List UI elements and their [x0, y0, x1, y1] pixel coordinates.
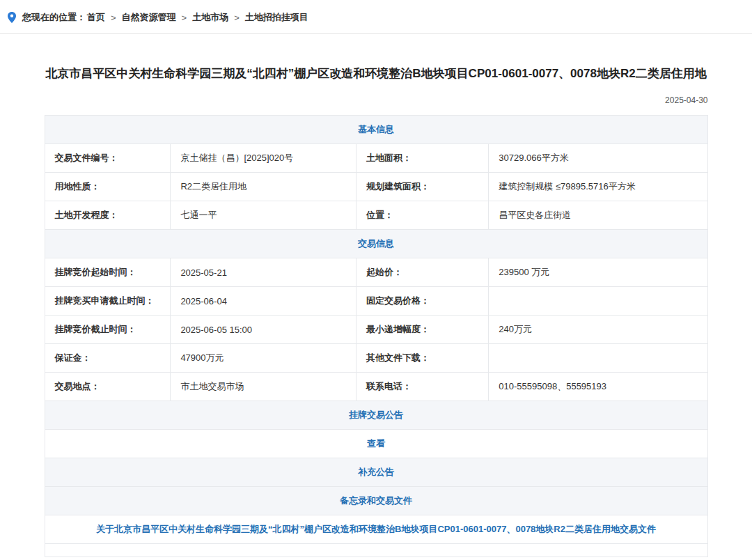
field-label: 土地开发程度：	[45, 201, 171, 230]
field-label: 保证金：	[45, 344, 171, 373]
page-title: 北京市昌平区中关村生命科学园三期及“北四村”棚户区改造和环境整治B地块项目CP0…	[45, 65, 708, 83]
section-header-listing-announcement: 挂牌交易公告	[45, 401, 707, 430]
field-value: 2025-05-21	[171, 258, 357, 287]
field-value: 239500 万元	[489, 258, 707, 287]
field-value: 010-55595098、55595193	[489, 373, 707, 401]
field-value: 建筑控制规模 ≤79895.5716平方米	[489, 173, 707, 201]
field-label: 交易地点：	[45, 373, 171, 401]
table-row: 挂牌竞价截止时间： 2025-06-05 15:00 最小递增幅度： 240万元	[45, 316, 707, 344]
table-row: 查看	[45, 430, 707, 458]
table-row: 基本信息	[45, 116, 707, 144]
field-label: 交易文件编号：	[45, 144, 171, 173]
breadcrumb-separator: >	[182, 13, 187, 23]
breadcrumb-prefix: 您现在的位置：	[22, 11, 86, 24]
table-row: 保证金： 47900万元 其他文件下载：	[45, 344, 707, 373]
breadcrumb-separator: >	[111, 13, 116, 23]
field-label: 起始价：	[356, 258, 488, 287]
field-value	[489, 287, 707, 316]
field-label: 其他文件下载：	[356, 344, 488, 373]
field-value: 2025-06-05 15:00	[171, 316, 357, 344]
field-label: 联系电话：	[356, 373, 488, 401]
field-label: 挂牌竞买申请截止时间：	[45, 287, 171, 316]
field-value: R2二类居住用地	[171, 173, 357, 201]
field-label: 用地性质：	[45, 173, 171, 201]
field-value: 京土储挂（昌）[2025]020号	[171, 144, 357, 173]
section-header-supplement-announcement: 补充公告	[45, 458, 707, 487]
table-row: 补充公告	[45, 458, 707, 487]
table-row: 挂牌竞买申请截止时间： 2025-06-04 固定交易价格：	[45, 287, 707, 316]
main-content: 北京市昌平区中关村生命科学园三期及“北四村”棚户区改造和环境整治B地块项目CP0…	[45, 34, 708, 557]
table-row: 挂牌交易公告	[45, 401, 707, 430]
field-label: 挂牌竞价截止时间：	[45, 316, 171, 344]
field-value: 昌平区史各庄街道	[489, 201, 707, 230]
table-row: 交易信息	[45, 230, 707, 258]
field-value: 30729.066平方米	[489, 144, 707, 173]
breadcrumb-item-land-market[interactable]: 土地市场	[192, 11, 228, 24]
section-header-basic-info: 基本信息	[45, 116, 707, 144]
field-value: 七通一平	[171, 201, 357, 230]
field-value: 2025-06-04	[171, 287, 357, 316]
breadcrumb-item-natural-resources[interactable]: 自然资源管理	[122, 11, 176, 24]
land-detail-table: 基本信息 交易文件编号： 京土储挂（昌）[2025]020号 土地面积： 307…	[45, 115, 708, 557]
transaction-file-link[interactable]: 关于北京市昌平区中关村生命科学园三期及“北四村”棚户区改造和环境整治B地块项目C…	[96, 524, 656, 534]
field-label: 位置：	[356, 201, 488, 230]
table-row	[45, 544, 707, 557]
breadcrumb-item-current: 土地招拍挂项目	[245, 11, 308, 24]
field-label: 挂牌竞价起始时间：	[45, 258, 171, 287]
section-header-memo-documents: 备忘录和交易文件	[45, 487, 707, 515]
field-label: 最小递增幅度：	[356, 316, 488, 344]
table-row: 备忘录和交易文件	[45, 487, 707, 515]
table-row: 交易地点： 市土地交易市场 联系电话： 010-55595098、5559519…	[45, 373, 707, 401]
field-value: 市土地交易市场	[171, 373, 357, 401]
table-row: 关于北京市昌平区中关村生命科学园三期及“北四村”棚户区改造和环境整治B地块项目C…	[45, 515, 707, 544]
clipped-row	[45, 544, 707, 557]
breadcrumb-item-home[interactable]: 首页	[87, 11, 105, 24]
breadcrumb-separator: >	[234, 13, 240, 23]
table-row: 用地性质： R2二类居住用地 规划建筑面积： 建筑控制规模 ≤79895.571…	[45, 173, 707, 201]
section-header-trade-info: 交易信息	[45, 230, 707, 258]
field-value	[489, 344, 707, 373]
field-label: 土地面积：	[356, 144, 488, 173]
field-label: 规划建筑面积：	[356, 173, 488, 201]
breadcrumb: 您现在的位置： 首页 > 自然资源管理 > 土地市场 > 土地招拍挂项目	[0, 0, 752, 34]
location-pin-icon	[7, 12, 17, 23]
table-row: 挂牌竞价起始时间： 2025-05-21 起始价： 239500 万元	[45, 258, 707, 287]
field-value: 47900万元	[171, 344, 357, 373]
table-row: 土地开发程度： 七通一平 位置： 昌平区史各庄街道	[45, 201, 707, 230]
field-label: 固定交易价格：	[356, 287, 488, 316]
field-value: 240万元	[489, 316, 707, 344]
publish-date: 2025-04-30	[45, 95, 708, 105]
table-row: 交易文件编号： 京土储挂（昌）[2025]020号 土地面积： 30729.06…	[45, 144, 707, 173]
view-announcement-link[interactable]: 查看	[367, 438, 385, 449]
